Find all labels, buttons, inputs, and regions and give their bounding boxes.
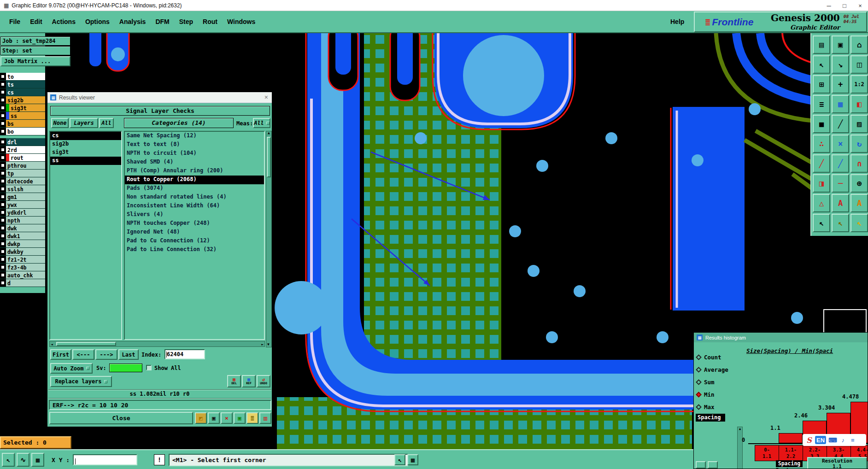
snap-points-button[interactable]: ∴ [813, 135, 830, 153]
layer-row-ydkdrl[interactable]: ydkdrl [0, 209, 45, 217]
layer-row-2rd[interactable]: 2rd [0, 146, 45, 154]
category-item[interactable]: Non standard rotated lines (4) [125, 193, 264, 202]
sogou-logo[interactable]: S [805, 436, 813, 444]
layer-row-ywx[interactable]: ywx [0, 201, 45, 209]
screen-button[interactable]: ▣ [832, 35, 849, 54]
layer-row-fz3-4b[interactable]: fz3-4b [0, 264, 45, 271]
layer-visibility-toggle[interactable] [0, 170, 6, 177]
meas-dropdown[interactable]: All [253, 118, 270, 128]
layer-row-dwk1[interactable]: dwk1 [0, 232, 45, 240]
hatch-mode-button[interactable]: ▨ [850, 115, 868, 133]
menu-item-analysis[interactable]: Analysis [117, 17, 148, 26]
menu-item-options[interactable]: Options [83, 17, 111, 26]
layer-visibility-toggle[interactable] [0, 193, 6, 200]
layer-visibility-toggle[interactable] [0, 264, 6, 271]
horizontal-scrollbar[interactable]: ◄► [49, 341, 265, 347]
cursor-yellow-button[interactable]: ↖ [850, 214, 868, 232]
layer-visibility-toggle[interactable] [0, 146, 6, 153]
pan-bottomright-button[interactable]: ↘ [832, 55, 849, 74]
scroll-down-icon[interactable]: ▼ [267, 343, 270, 346]
category-item[interactable]: Text to text (8) [125, 141, 264, 149]
layer-row-fz1-2t[interactable]: fz1-2t [0, 256, 45, 264]
undo-button[interactable]: ↺UNDO [257, 375, 270, 387]
last-button[interactable]: Last [118, 349, 139, 360]
layer-visibility-toggle[interactable] [0, 240, 6, 247]
minimize-button[interactable]: ─ [821, 0, 837, 11]
line-blue-button[interactable]: ╱ [832, 154, 849, 173]
layer-visibility-toggle[interactable] [0, 232, 6, 240]
first-button[interactable]: First [50, 349, 71, 360]
layer-row-datecode[interactable]: datecode [0, 177, 45, 185]
layer-visibility-toggle[interactable] [0, 279, 6, 287]
close-button[interactable]: × [852, 0, 868, 11]
category-item[interactable]: Ignored Net (48) [125, 228, 264, 237]
stat-option-average[interactable]: Average [697, 363, 728, 376]
next-button[interactable]: ---> [95, 349, 117, 360]
text-orange-button[interactable]: A [850, 194, 868, 212]
layer-visibility-toggle[interactable] [0, 88, 6, 96]
arc-button[interactable]: ∩ [850, 154, 868, 173]
scrollbar-thumb[interactable] [56, 342, 116, 346]
split-view-button[interactable]: ◫ [850, 55, 868, 74]
category-item[interactable]: Shaved SMD (4) [125, 158, 264, 167]
results-layer-cs[interactable]: cs [50, 132, 121, 140]
refresh-button[interactable]: ↻ [850, 135, 868, 153]
menu-item-help[interactable]: Help [670, 11, 684, 32]
pad-button[interactable]: ◨ [813, 174, 830, 193]
category-item[interactable]: NPTH touches Copper (248) [125, 219, 264, 228]
layer-visibility-toggle[interactable] [0, 201, 6, 208]
outline-mode-button[interactable]: ╱ [832, 115, 849, 133]
layer-visibility-toggle[interactable] [0, 224, 6, 232]
category-item[interactable]: Rout to Copper (2068) [125, 176, 264, 184]
text-red-button[interactable]: A [832, 194, 849, 212]
category-item[interactable]: Inconsistent Line Width (64) [125, 202, 264, 211]
layer-visibility-toggle[interactable] [0, 128, 6, 135]
menu-item-step[interactable]: Step [177, 17, 195, 26]
category-item[interactable]: Pads (3074) [125, 184, 264, 193]
layer-row-pthrou[interactable]: pthrou [0, 162, 45, 170]
xy-input[interactable] [73, 454, 137, 465]
profile-tool-button[interactable]: ∿ [17, 453, 29, 467]
layer-row-to[interactable]: to [0, 73, 45, 81]
vertical-scrollbar[interactable]: ▲▼ [266, 131, 272, 347]
menu-item-windows[interactable]: Windows [225, 17, 257, 26]
layer-visibility-toggle[interactable] [0, 120, 6, 127]
scrollbar-thumb[interactable] [267, 137, 271, 177]
zoom-fit-button[interactable]: ⊞ [813, 75, 830, 94]
close-dialog-button[interactable]: Close [49, 412, 193, 424]
layer-row-sig2b[interactable]: sig2b [0, 96, 45, 104]
replace-layers-dropdown[interactable]: Replace layers [50, 376, 112, 387]
layer-visibility-toggle[interactable] [0, 96, 6, 104]
menu-item-file[interactable]: File [7, 17, 22, 26]
footer-spacing-chip[interactable]: Spacing [776, 460, 803, 467]
job-matrix-button[interactable]: Job Matrix ... [0, 56, 70, 66]
layer-visibility-toggle[interactable] [0, 248, 6, 255]
layer-row-sig3t[interactable]: sig3t [0, 104, 45, 112]
stat-option-sum[interactable]: Sum [697, 376, 728, 388]
dialog-close-icon[interactable]: × [264, 94, 268, 101]
layer-row-bs[interactable]: bs [0, 120, 45, 128]
category-item[interactable]: PTH (Comp) Annular ring (200) [125, 167, 264, 176]
layers-button[interactable]: ≡ [813, 95, 830, 113]
screen-dark-button[interactable]: ▣ [208, 412, 220, 424]
zoom-in-button[interactable]: + [832, 75, 849, 94]
results-layer-sig2b[interactable]: sig2b [50, 140, 121, 148]
layer-row-dwk[interactable]: dwk [0, 224, 45, 232]
layer-row-npth[interactable]: npth [0, 217, 45, 224]
delete-result-button[interactable]: ▦DEL [227, 375, 241, 387]
chart-button[interactable]: ▥ [259, 412, 271, 424]
filter-all-button[interactable]: All [99, 118, 114, 128]
origin-button[interactable]: ⊕ [850, 174, 868, 193]
reference-button[interactable]: ▦REF [242, 375, 256, 387]
cursor-black-button[interactable]: ↖ [813, 214, 830, 232]
menu-item-edit[interactable]: Edit [28, 17, 44, 26]
stat-option-count[interactable]: Count [697, 351, 728, 363]
screen-clear-button[interactable]: × [221, 412, 233, 424]
voice[interactable]: ♪ [839, 436, 847, 444]
stat-option-min[interactable]: Min [697, 388, 728, 401]
category-item[interactable]: Pad to Line Connection (32) [125, 246, 264, 254]
contrast-button[interactable]: ◧ [850, 95, 868, 113]
layer-row-gm1[interactable]: gm1 [0, 193, 45, 201]
histogram-mini-button[interactable] [708, 461, 718, 469]
layer-visibility-toggle[interactable] [0, 104, 6, 111]
